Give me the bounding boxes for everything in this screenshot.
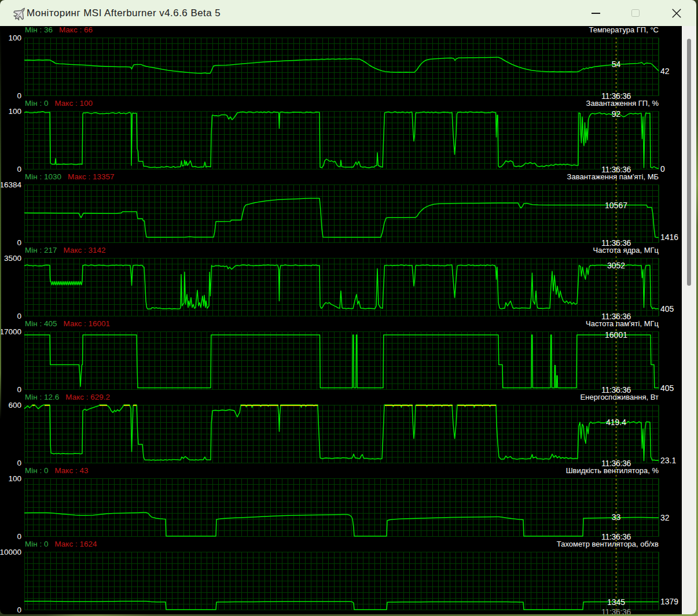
svg-text:33: 33 [612,512,621,522]
svg-text:405: 405 [660,304,674,313]
svg-text:Мін : 405Макс : 16001: Мін : 405Макс : 16001 [25,319,110,328]
svg-text:Мін : 12.6Макс : 629.2: Мін : 12.6Макс : 629.2 [25,393,110,401]
svg-text:10000: 10000 [0,548,21,556]
svg-text:Завантаження ГП, %: Завантаження ГП, % [586,99,659,108]
svg-text:100: 100 [8,107,21,116]
svg-text:Швидкість вентилятора, %: Швидкість вентилятора, % [566,466,659,475]
svg-text:Завантаження пам'яті, МБ: Завантаження пам'яті, МБ [567,172,659,181]
svg-text:0: 0 [17,532,21,541]
svg-text:100: 100 [8,34,21,42]
svg-text:17000: 17000 [0,327,21,336]
svg-text:0: 0 [17,312,21,320]
svg-text:100: 100 [8,474,21,483]
svg-text:16001: 16001 [605,330,627,340]
svg-text:419.4: 419.4 [606,418,626,427]
svg-text:42: 42 [660,67,670,76]
svg-text:1416: 1416 [660,233,678,242]
svg-text:Температура ГП, °C: Температура ГП, °C [589,25,659,34]
svg-text:23.1: 23.1 [660,456,676,465]
svg-text:Мін : 0Макс : 1624: Мін : 0Макс : 1624 [25,540,97,548]
svg-text:54: 54 [612,60,621,69]
svg-text:Мін : 1030Макс : 13357: Мін : 1030Макс : 13357 [25,172,115,181]
svg-text:3052: 3052 [607,261,625,270]
svg-text:16384: 16384 [0,180,21,189]
svg-text:92: 92 [612,109,621,119]
svg-text:10567: 10567 [605,201,627,210]
svg-text:1379: 1379 [660,597,678,606]
svg-text:0: 0 [17,385,21,394]
svg-text:Тахометр вентилятора, об/хв: Тахометр вентилятора, об/хв [557,540,659,548]
svg-text:Енергоспоживання, Вт: Енергоспоживання, Вт [581,393,659,401]
svg-text:Мін : 0Макс : 100: Мін : 0Макс : 100 [25,99,93,108]
svg-text:600: 600 [8,401,21,410]
svg-text:0: 0 [17,238,21,247]
svg-text:32: 32 [660,513,670,522]
svg-text:11:36:36: 11:36:36 [601,607,631,614]
svg-text:405: 405 [660,383,674,393]
svg-text:0: 0 [660,164,665,174]
svg-text:0: 0 [17,459,21,467]
svg-text:Мін : 217Макс : 3142: Мін : 217Макс : 3142 [25,246,105,254]
svg-text:3500: 3500 [4,254,21,263]
svg-text:Мін : 36Макс : 66: Мін : 36Макс : 66 [25,25,93,34]
svg-text:1345: 1345 [607,597,625,607]
svg-text:0: 0 [17,606,21,614]
svg-text:0: 0 [17,91,21,100]
svg-text:0: 0 [17,165,21,174]
svg-text:Частота пам'яті, МГц: Частота пам'яті, МГц [586,319,659,328]
svg-text:Частота ядра, МГц: Частота ядра, МГц [593,246,659,254]
svg-text:Мін : 0Макс : 43: Мін : 0Макс : 43 [25,466,88,475]
